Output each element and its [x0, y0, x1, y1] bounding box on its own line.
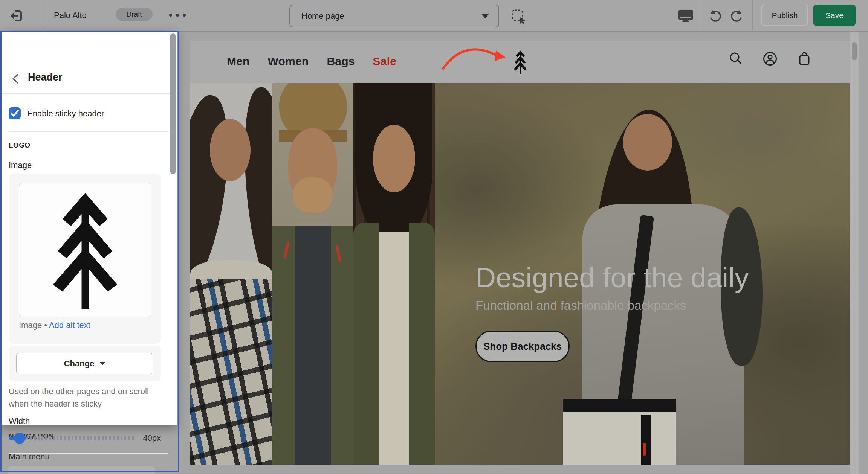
- change-image-button[interactable]: Change: [16, 353, 153, 374]
- photo-shape: [409, 223, 435, 465]
- search-icon[interactable]: [728, 51, 743, 66]
- exit-editor-icon[interactable]: [9, 9, 23, 23]
- photo-shape: [563, 399, 676, 412]
- draft-status-badge: Draft: [116, 8, 153, 21]
- change-button-label: Change: [64, 359, 95, 369]
- theme-title: Palo Alto: [54, 11, 87, 20]
- sticky-header-label: Enable sticky header: [27, 109, 104, 119]
- divider: [0, 93, 177, 94]
- photo-shape: [643, 443, 646, 456]
- publish-button[interactable]: Publish: [761, 5, 808, 26]
- storefront-nav: Men Women Bags Sale: [227, 55, 396, 68]
- back-button[interactable]: [11, 73, 20, 84]
- photo-shape: [210, 119, 251, 181]
- logo-image-preview[interactable]: [19, 183, 151, 317]
- pine-tree-logo-icon[interactable]: [513, 50, 528, 74]
- sidebar-dimmed-section: NAVIGATION Main menu: [0, 425, 177, 474]
- hero-image-model-1: [190, 83, 272, 465]
- chevron-down-icon: [99, 362, 105, 365]
- sticky-header-checkbox[interactable]: [9, 107, 21, 119]
- logo-image-card: Image • Add alt text: [9, 174, 161, 344]
- logo-section-header: LOGO: [9, 141, 31, 149]
- main-menu-select[interactable]: [8, 466, 155, 474]
- ellipsis-icon: [183, 14, 186, 17]
- shop-backpacks-button[interactable]: Shop Backpacks: [475, 331, 570, 362]
- photo-shape: [375, 232, 414, 465]
- photo-shape: [190, 279, 272, 465]
- page-selector-value: Home page: [301, 11, 344, 21]
- divider: [44, 0, 44, 31]
- divider: [700, 0, 700, 31]
- nav-link-sale[interactable]: Sale: [373, 55, 397, 68]
- photo-shape: [373, 125, 415, 192]
- logo-actions-card: Change: [9, 346, 161, 381]
- undo-icon[interactable]: [708, 9, 723, 23]
- photo-shape: [641, 415, 651, 465]
- add-alt-text-link[interactable]: Add alt text: [49, 320, 90, 330]
- hero-subtitle: Functional and fashionable backpacks: [475, 299, 686, 313]
- width-slider-track[interactable]: [26, 436, 134, 440]
- redo-icon[interactable]: [729, 9, 744, 23]
- divider: [9, 453, 168, 454]
- red-annotation-arrow-icon: [440, 41, 512, 73]
- hero-title: Designed for the daily: [475, 261, 749, 294]
- ellipsis-icon: [176, 14, 179, 17]
- more-options-button[interactable]: [169, 14, 186, 17]
- photo-shape: [623, 114, 672, 171]
- account-icon[interactable]: [762, 51, 778, 67]
- panel-title: Header: [28, 72, 63, 83]
- cart-bag-icon[interactable]: [797, 51, 812, 67]
- chevron-down-icon: [482, 14, 489, 18]
- sidebar-scrollbar-track[interactable]: [170, 33, 176, 423]
- storefront-header[interactable]: Men Women Bags Sale: [190, 41, 850, 83]
- preview-scrollbar-thumb[interactable]: [852, 42, 857, 60]
- image-field-label: Image: [9, 160, 32, 170]
- photo-shape: [353, 223, 379, 465]
- photo-shape: [293, 177, 332, 213]
- page-selector-dropdown[interactable]: Home page: [289, 5, 499, 27]
- divider: [752, 0, 753, 31]
- width-value: 40px: [136, 433, 161, 443]
- section-picker-icon[interactable]: [511, 9, 527, 25]
- ellipsis-icon: [169, 14, 172, 17]
- hero-image-model-2: [272, 83, 353, 465]
- caption-separator: •: [44, 320, 47, 330]
- width-field-label: Width: [9, 416, 30, 426]
- pine-tree-logo-preview-icon: [49, 191, 121, 309]
- preview-scrollbar-track[interactable]: [850, 31, 859, 474]
- nav-link-bags[interactable]: Bags: [327, 55, 355, 68]
- nav-link-men[interactable]: Men: [227, 55, 250, 68]
- width-slider-thumb[interactable]: [14, 433, 25, 444]
- image-caption: Image • Add alt text: [19, 320, 90, 330]
- hero-image-model-3: [353, 83, 435, 465]
- image-caption-type: Image: [19, 320, 42, 330]
- nav-link-women[interactable]: Women: [268, 55, 309, 68]
- theme-editor-screen: Men Women Bags Sale: [0, 0, 868, 474]
- divider: [9, 131, 168, 132]
- desktop-icon[interactable]: [677, 9, 694, 23]
- logo-helper-text: Used on the other pages and on scroll wh…: [9, 385, 163, 410]
- editor-topbar: Palo Alto Draft Home page: [0, 0, 868, 32]
- checkmark-icon: [9, 107, 21, 119]
- sidebar-scrollbar-thumb[interactable]: [170, 33, 176, 174]
- save-button[interactable]: Save: [813, 5, 856, 26]
- header-settings-panel: Header Enable sticky header LOGO Image I…: [0, 31, 177, 425]
